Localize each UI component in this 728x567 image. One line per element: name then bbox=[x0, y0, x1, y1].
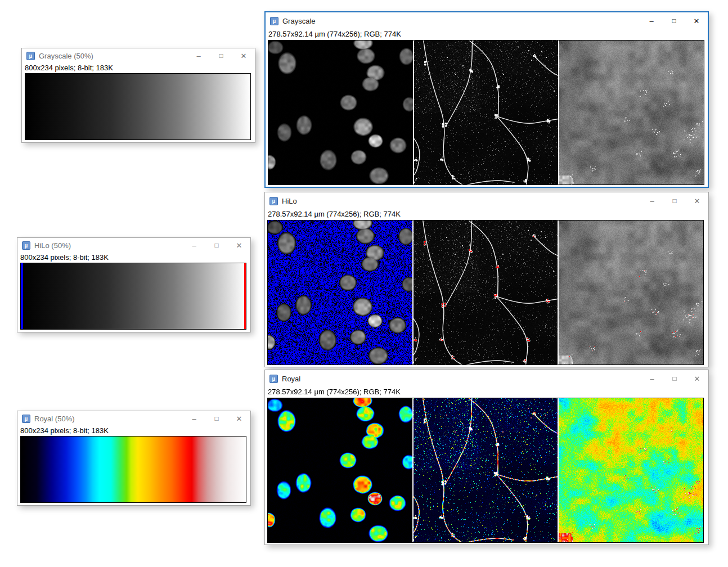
hilo-micrograph-canvas[interactable] bbox=[268, 220, 703, 364]
window-grayscale-ramp: µ Grayscale (50%) – □ ✕ 800x234 pixels; … bbox=[21, 48, 255, 143]
royal-ramp-image[interactable] bbox=[21, 436, 246, 502]
maximize-button[interactable]: □ bbox=[205, 415, 228, 422]
image-info: 800x234 pixels; 8-bit; 183K bbox=[17, 426, 250, 436]
close-button[interactable]: ✕ bbox=[232, 52, 255, 60]
royal-micrograph-canvas[interactable] bbox=[268, 398, 703, 542]
minimize-button[interactable]: – bbox=[183, 415, 205, 422]
close-button[interactable]: ✕ bbox=[228, 415, 250, 422]
close-button[interactable]: ✕ bbox=[686, 375, 708, 382]
window-hilo-ramp: µ HiLo (50%) – □ ✕ 800x234 pixels; 8-bit… bbox=[17, 237, 251, 332]
close-button[interactable]: ✕ bbox=[228, 242, 250, 249]
imagej-icon: µ bbox=[269, 375, 278, 383]
titlebar[interactable]: µ Royal (50%) – □ ✕ bbox=[17, 411, 250, 426]
maximize-button[interactable]: □ bbox=[663, 375, 686, 382]
minimize-button[interactable]: – bbox=[641, 197, 663, 205]
hilo-ramp-image[interactable] bbox=[21, 263, 246, 329]
imagej-icon: µ bbox=[270, 17, 278, 25]
window-hilo-image: µ HiLo – □ ✕ 278.57x92.14 µm (774x256); … bbox=[264, 192, 709, 367]
hilo-low-stripe bbox=[21, 263, 23, 329]
window-title: Grayscale bbox=[282, 17, 640, 25]
imagej-icon: µ bbox=[22, 415, 30, 423]
minimize-button[interactable]: – bbox=[640, 17, 663, 25]
window-title: Royal (50%) bbox=[34, 415, 183, 423]
imagej-icon: µ bbox=[269, 197, 278, 205]
hilo-high-stripe bbox=[244, 263, 246, 329]
titlebar[interactable]: µ Grayscale – □ ✕ bbox=[266, 12, 708, 29]
image-info: 278.57x92.14 µm (774x256); RGB; 774K bbox=[265, 209, 708, 220]
window-title: Grayscale (50%) bbox=[39, 52, 187, 60]
titlebar[interactable]: µ HiLo – □ ✕ bbox=[265, 192, 708, 209]
window-royal-ramp: µ Royal (50%) – □ ✕ 800x234 pixels; 8-bi… bbox=[17, 411, 251, 506]
maximize-button[interactable]: □ bbox=[205, 242, 228, 249]
window-royal-image: µ Royal – □ ✕ 278.57x92.14 µm (774x256);… bbox=[264, 370, 709, 545]
maximize-button[interactable]: □ bbox=[663, 17, 685, 24]
imagej-icon: µ bbox=[22, 241, 30, 250]
maximize-button[interactable]: □ bbox=[210, 52, 232, 59]
window-title: HiLo bbox=[282, 197, 641, 205]
imagej-icon: µ bbox=[26, 52, 35, 60]
image-info: 800x234 pixels; 8-bit; 183K bbox=[22, 63, 255, 73]
image-info: 278.57x92.14 µm (774x256); RGB; 774K bbox=[266, 29, 708, 40]
close-button[interactable]: ✕ bbox=[685, 17, 708, 25]
image-info: 800x234 pixels; 8-bit; 183K bbox=[17, 253, 250, 263]
minimize-button[interactable]: – bbox=[641, 375, 663, 382]
window-title: HiLo (50%) bbox=[34, 241, 183, 250]
minimize-button[interactable]: – bbox=[187, 52, 210, 60]
titlebar[interactable]: µ HiLo (50%) – □ ✕ bbox=[17, 238, 250, 253]
image-info: 278.57x92.14 µm (774x256); RGB; 774K bbox=[265, 387, 708, 398]
grayscale-micrograph-canvas[interactable] bbox=[268, 40, 704, 184]
window-grayscale-image: µ Grayscale – □ ✕ 278.57x92.14 µm (774x2… bbox=[264, 11, 709, 188]
maximize-button[interactable]: □ bbox=[663, 197, 686, 204]
titlebar[interactable]: µ Royal – □ ✕ bbox=[265, 370, 708, 387]
close-button[interactable]: ✕ bbox=[686, 197, 708, 205]
titlebar[interactable]: µ Grayscale (50%) – □ ✕ bbox=[22, 48, 255, 63]
minimize-button[interactable]: – bbox=[183, 242, 205, 249]
grayscale-ramp-image[interactable] bbox=[25, 74, 250, 140]
window-title: Royal bbox=[282, 375, 641, 383]
